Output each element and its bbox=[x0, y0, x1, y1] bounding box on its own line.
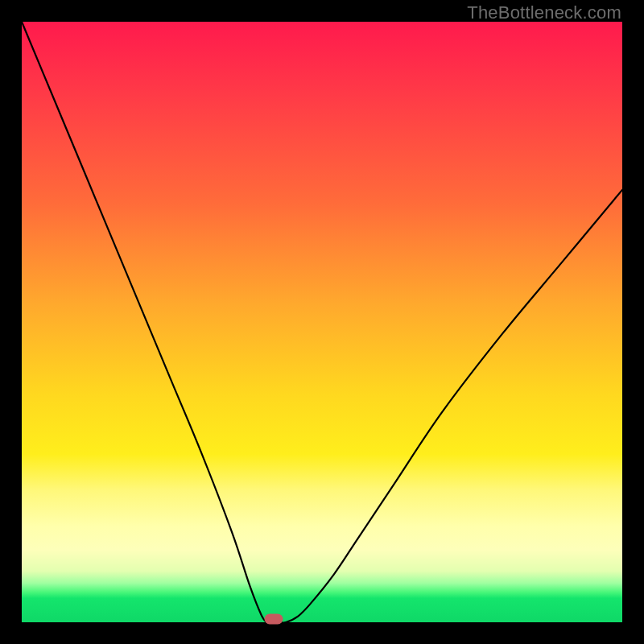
optimum-marker bbox=[265, 614, 283, 625]
chart-frame: TheBottleneck.com bbox=[0, 0, 644, 644]
plot-area bbox=[22, 22, 622, 622]
bottleneck-curve bbox=[22, 22, 622, 622]
watermark-text: TheBottleneck.com bbox=[467, 2, 621, 23]
